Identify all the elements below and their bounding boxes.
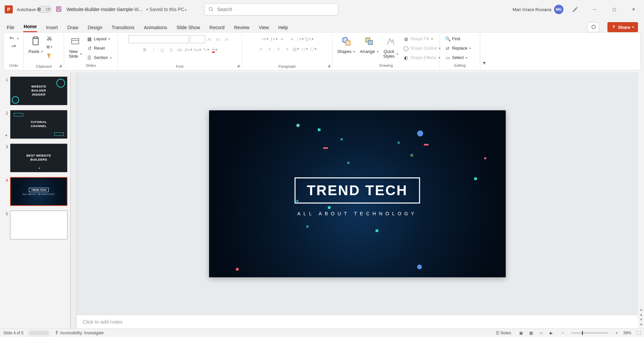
font-color-button[interactable]: A — [211, 46, 218, 53]
slide-canvas-area[interactable]: ✕ ✕ ✕ ✕ ✕ TREND TECH ALL ABOUT TECHNOLOG… — [77, 72, 638, 315]
zoom-slider[interactable] — [571, 332, 608, 334]
tab-slideshow[interactable]: Slide Show — [176, 23, 201, 32]
slideshow-view-button[interactable]: ▶ — [547, 330, 556, 336]
numbering-button[interactable]: 1≡ — [270, 35, 278, 43]
paste-button[interactable]: Paste — [27, 35, 44, 55]
copy-button[interactable] — [46, 44, 52, 50]
bullets-button[interactable]: •≡ — [262, 35, 269, 43]
search-input[interactable] — [217, 7, 334, 12]
italic-button[interactable]: I — [150, 46, 157, 53]
decrease-font-button[interactable]: A↓ — [215, 36, 222, 43]
replace-button[interactable]: ⇄Replace — [443, 45, 473, 52]
slide-thumbnail-2[interactable]: TUTORIALCHANNEL — [10, 110, 67, 139]
thumbnail-splitter[interactable] — [70, 72, 77, 328]
smartart-button[interactable]: ⬡ — [310, 45, 317, 53]
fit-to-window-button[interactable]: ⛶ — [637, 331, 641, 335]
slide-thumbnail-5[interactable] — [10, 211, 67, 239]
tab-animations[interactable]: Animations — [143, 23, 168, 32]
prev-slide-icon[interactable]: ▴ — [640, 313, 642, 316]
section-button[interactable]: ☰Section — [85, 54, 113, 61]
minimize-button[interactable]: ─ — [587, 4, 602, 15]
prev-slide-icon[interactable]: ▴ — [640, 307, 642, 311]
increase-indent-button[interactable]: ⇥ — [288, 35, 295, 43]
sorter-view-button[interactable]: ▦ — [527, 330, 536, 336]
pen-icon[interactable] — [567, 4, 583, 15]
notes-toggle[interactable]: ☰ Notes — [496, 331, 511, 335]
clipboard-launcher[interactable]: ◢ — [59, 64, 62, 67]
accessibility-status[interactable]: Accessibility: Investigate — [54, 330, 104, 335]
tab-draw[interactable]: Draw — [66, 23, 79, 32]
line-spacing-button[interactable]: ↕≡ — [297, 35, 304, 43]
autosave-control[interactable]: AutoSave Off — [17, 6, 52, 13]
tab-review[interactable]: Review — [233, 23, 250, 32]
font-size-selector[interactable] — [190, 35, 205, 43]
tab-file[interactable]: File — [6, 23, 15, 32]
increase-font-button[interactable]: A↑ — [206, 36, 214, 43]
decrease-indent-button[interactable]: ⇤ — [279, 35, 287, 43]
paragraph-launcher[interactable]: ◢ — [328, 64, 330, 67]
close-button[interactable]: ✕ — [626, 4, 641, 15]
slide-thumbnail-4[interactable]: TREND TECH ALL ABOUT TECHNOLOGY — [10, 177, 67, 206]
next-slide-icon[interactable]: ▾ — [640, 318, 642, 321]
columns-button[interactable]: ▥ — [292, 45, 300, 53]
slide-title-box[interactable]: TREND TECH — [294, 177, 420, 204]
quick-styles-button[interactable]: Quick Styles — [382, 35, 400, 59]
change-case-button[interactable]: Aa — [194, 46, 201, 53]
collapse-ribbon-button[interactable]: ▾ — [480, 34, 488, 69]
vertical-scrollbar[interactable]: ▴ ▴ ▾ ▾ — [638, 72, 644, 328]
undo-button[interactable] — [7, 35, 20, 42]
tab-home[interactable]: Home — [23, 22, 38, 32]
char-spacing-button[interactable]: AV — [185, 46, 192, 53]
tab-insert[interactable]: Insert — [45, 23, 58, 32]
search-box[interactable] — [204, 3, 338, 15]
notes-pane[interactable]: Click to add notes — [77, 315, 638, 328]
tab-view[interactable]: View — [258, 23, 269, 32]
zoom-out-button[interactable]: − — [561, 331, 564, 335]
font-family-selector[interactable] — [129, 35, 189, 43]
slide-subtitle[interactable]: ALL ABOUT TECHNOLOGY — [297, 211, 417, 216]
font-launcher[interactable]: ◢ — [237, 64, 240, 67]
align-text-button[interactable]: ▭ — [301, 45, 308, 53]
document-title[interactable]: Website-Builder-Insider-Sample-Vi... — [66, 7, 142, 12]
shapes-button[interactable]: Shapes — [336, 35, 356, 55]
current-slide[interactable]: ✕ ✕ ✕ ✕ ✕ TREND TECH ALL ABOUT TECHNOLOG… — [209, 110, 506, 277]
align-right-button[interactable]: ≡ — [275, 45, 282, 53]
slide-thumbnail-1[interactable]: WEBSITEBUILDERINSIDER — [10, 76, 67, 105]
tab-record[interactable]: Record — [209, 23, 225, 32]
save-icon[interactable] — [56, 6, 62, 13]
normal-view-button[interactable]: ▣ — [516, 330, 526, 336]
shape-effects-button[interactable]: ◐Shape Effects — [402, 54, 442, 61]
align-left-button[interactable]: ≡ — [257, 45, 265, 53]
user-account[interactable]: Mari Grace Rusiana MG — [512, 5, 563, 14]
arrange-button[interactable]: Arrange — [358, 35, 380, 55]
zoom-in-button[interactable]: + — [615, 331, 618, 335]
clear-formatting-button[interactable]: A◦ — [224, 36, 231, 43]
shape-fill-button[interactable]: ◍Shape Fill — [402, 35, 434, 43]
zoom-level[interactable]: 39% — [623, 331, 631, 335]
comments-button[interactable] — [587, 22, 599, 32]
align-center-button[interactable]: ≡ — [266, 45, 274, 53]
reset-button[interactable]: ↺Reset — [85, 45, 106, 52]
save-status[interactable]: • Saved to this PC — [146, 7, 187, 12]
select-button[interactable]: ▭Select — [443, 54, 469, 61]
bold-button[interactable]: B — [141, 46, 149, 53]
slide-thumbnails-panel[interactable]: 1 WEBSITEBUILDERINSIDER 2★ TUTORIALCHANN… — [0, 72, 70, 328]
strikethrough-button[interactable]: S — [167, 46, 175, 53]
format-painter-button[interactable] — [46, 53, 52, 59]
next-slide-icon[interactable]: ▾ — [640, 323, 642, 326]
text-direction-button[interactable]: ⇅A — [305, 35, 313, 43]
tab-transitions[interactable]: Transitions — [111, 23, 135, 32]
cut-button[interactable] — [46, 35, 52, 41]
tab-design[interactable]: Design — [87, 23, 103, 32]
redo-button[interactable] — [9, 43, 18, 50]
justify-button[interactable]: ≡ — [284, 45, 291, 53]
share-button[interactable]: Share ▾ — [607, 22, 638, 32]
find-button[interactable]: 🔍Find — [443, 35, 461, 43]
highlight-button[interactable]: ✎ — [202, 46, 210, 53]
slide-counter[interactable]: Slide 4 of 5 — [3, 331, 23, 335]
layout-button[interactable]: ▦Layout — [85, 35, 112, 43]
shape-outline-button[interactable]: ◯Shape Outline — [402, 45, 442, 52]
maximize-button[interactable]: ▢ — [606, 4, 622, 15]
underline-button[interactable]: U — [159, 46, 166, 53]
new-slide-button[interactable]: New Slide — [67, 35, 83, 59]
